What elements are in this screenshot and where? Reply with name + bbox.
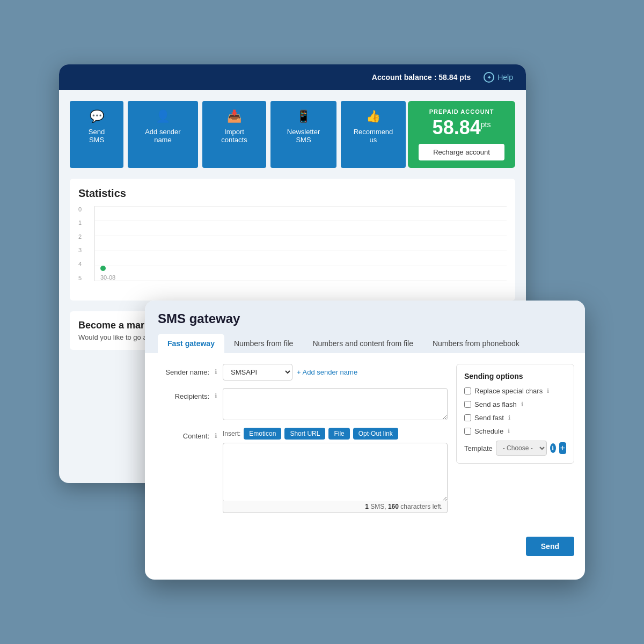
sending-options-title: Sending options — [464, 372, 566, 380]
content-area: Insert: Emoticon Short URL File — [223, 428, 448, 513]
template-add-button[interactable]: + — [559, 442, 566, 454]
chart-y-axis: 5 4 3 2 1 0 — [78, 206, 82, 281]
insert-bar: Insert: Emoticon Short URL File — [223, 428, 448, 440]
schedule-label: Schedule — [474, 427, 503, 435]
prepaid-label: PREPAID ACCOUNT — [419, 108, 504, 115]
replace-special-chars-checkbox[interactable] — [464, 387, 471, 394]
send-sms-icon: 💬 — [90, 109, 104, 123]
replace-special-chars-label: Replace special chars — [474, 387, 543, 395]
sender-name-row: Sender name: ℹ SMSAPI + Add sender name — [156, 364, 448, 380]
replace-special-chars-option: Replace special chars ℹ — [464, 387, 566, 395]
send-as-flash-info-icon[interactable]: ℹ — [521, 401, 523, 408]
send-sms-label: Send SMS — [82, 128, 112, 144]
sms-count: 1 — [365, 503, 369, 510]
prepaid-value: 58.84 — [433, 116, 481, 138]
help-icon: ✦ — [484, 72, 494, 83]
gateway-body: Sender name: ℹ SMSAPI + Add sender name … — [145, 353, 585, 531]
gateway-header: SMS gateway Fast gateway Numbers from fi… — [145, 301, 585, 353]
recharge-button[interactable]: Recharge account — [419, 144, 504, 160]
recipients-textarea[interactable] — [223, 388, 448, 420]
send-fast-option: Send fast ℹ — [464, 414, 566, 422]
recipients-row: Recipients: ℹ — [156, 388, 448, 420]
content-label: Content: — [156, 428, 209, 440]
schedule-option: Schedule ℹ — [464, 427, 566, 435]
action-buttons-row: 💬 Send SMS 👤 Add sender name 📥 Import co… — [59, 90, 526, 168]
import-contacts-button[interactable]: 📥 Import contacts — [202, 101, 266, 168]
emoticon-button[interactable]: Emoticon — [244, 428, 281, 440]
file-button[interactable]: File — [328, 428, 349, 440]
send-sms-button[interactable]: 💬 Send SMS — [70, 101, 123, 168]
char-count: 1 SMS, 160 characters left. — [223, 501, 448, 513]
chars-left-label: SMS, — [370, 503, 386, 510]
newsletter-sms-button[interactable]: 📱 Newsletter SMS — [270, 101, 336, 168]
add-sender-icon: 👤 — [156, 109, 170, 123]
send-fast-checkbox[interactable] — [464, 414, 471, 421]
statistics-section: Statistics 5 4 3 2 1 0 30-08 — [70, 179, 515, 301]
gateway-form: Sender name: ℹ SMSAPI + Add sender name … — [156, 364, 448, 521]
account-balance: Account balance : 58.84 pts — [372, 73, 471, 82]
chart-x-label: 30-08 — [100, 274, 115, 281]
send-button[interactable]: Send — [526, 537, 574, 556]
replace-special-info-icon[interactable]: ℹ — [547, 387, 549, 394]
content-row: Content: ℹ Insert: Emoticon Short URL — [156, 428, 448, 513]
import-contacts-label: Import contacts — [214, 128, 254, 144]
sending-options-panel: Sending options Replace special chars ℹ … — [456, 364, 574, 464]
template-select[interactable]: - Choose - — [496, 441, 547, 456]
help-label: Help — [497, 73, 513, 82]
prepaid-account-card: PREPAID ACCOUNT 58.84pts Recharge accoun… — [408, 101, 515, 168]
send-as-flash-label: Send as flash — [474, 400, 517, 408]
send-as-flash-option: Send as flash ℹ — [464, 400, 566, 408]
add-sender-button[interactable]: 👤 Add sender name — [128, 101, 198, 168]
action-button-group: 💬 Send SMS 👤 Add sender name 📥 Import co… — [70, 101, 408, 168]
send-as-flash-checkbox[interactable] — [464, 401, 471, 408]
sms-gateway-card: SMS gateway Fast gateway Numbers from fi… — [145, 301, 585, 580]
recipients-info-icon[interactable]: ℹ — [215, 388, 217, 400]
schedule-checkbox[interactable] — [464, 428, 471, 435]
chars-left: 160 — [388, 503, 399, 510]
tab-numbers-from-phonebook[interactable]: Numbers from phonebook — [423, 334, 529, 353]
recommend-label: Recommend us — [353, 128, 394, 144]
opt-out-link-button[interactable]: Opt-Out link — [353, 428, 398, 440]
help-button[interactable]: ✦ Help — [484, 72, 513, 83]
template-info-icon[interactable]: ℹ — [550, 443, 556, 453]
chars-suffix: characters left. — [400, 503, 443, 510]
add-sender-label: Add sender name — [140, 128, 186, 144]
recommend-us-button[interactable]: 👍 Recommend us — [341, 101, 406, 168]
send-fast-label: Send fast — [474, 414, 504, 422]
tab-fast-gateway[interactable]: Fast gateway — [158, 334, 224, 353]
add-sender-name-link[interactable]: + Add sender name — [297, 368, 357, 376]
import-contacts-icon: 📥 — [227, 109, 241, 123]
sender-info-icon[interactable]: ℹ — [215, 364, 217, 376]
newsletter-icon: 📱 — [296, 109, 311, 123]
schedule-info-icon[interactable]: ℹ — [508, 428, 510, 435]
statistics-chart: 5 4 3 2 1 0 30-08 — [78, 206, 507, 292]
insert-label: Insert: — [223, 430, 240, 437]
tab-numbers-from-file[interactable]: Numbers from file — [224, 334, 303, 353]
statistics-title: Statistics — [78, 187, 507, 200]
short-url-button[interactable]: Short URL — [284, 428, 325, 440]
send-fast-info-icon[interactable]: ℹ — [508, 414, 510, 421]
recipients-label: Recipients: — [156, 388, 209, 400]
content-info-icon[interactable]: ℹ — [215, 428, 217, 440]
prepaid-amount: 58.84pts — [419, 117, 504, 138]
gateway-tabs: Fast gateway Numbers from file Numbers a… — [158, 334, 572, 353]
balance-label: Account balance : — [372, 73, 437, 82]
sender-controls: SMSAPI + Add sender name — [223, 364, 448, 380]
chart-grid: 30-08 — [94, 206, 507, 281]
gateway-title: SMS gateway — [158, 311, 572, 326]
send-row: Send — [145, 531, 585, 561]
newsletter-label: Newsletter SMS — [282, 128, 325, 144]
template-row: Template - Choose - ℹ + — [464, 441, 566, 456]
prepaid-unit: pts — [481, 120, 491, 129]
dashboard-header: Account balance : 58.84 pts ✦ Help — [59, 64, 526, 90]
template-label: Template — [464, 444, 493, 452]
sender-name-select[interactable]: SMSAPI — [223, 364, 292, 380]
sender-name-label: Sender name: — [156, 364, 209, 376]
recommend-icon: 👍 — [366, 109, 380, 123]
tab-numbers-content-from-file[interactable]: Numbers and content from file — [303, 334, 423, 353]
content-textarea[interactable] — [223, 443, 448, 502]
chart-data-point — [100, 266, 106, 271]
balance-value: 58.84 pts — [438, 73, 471, 82]
